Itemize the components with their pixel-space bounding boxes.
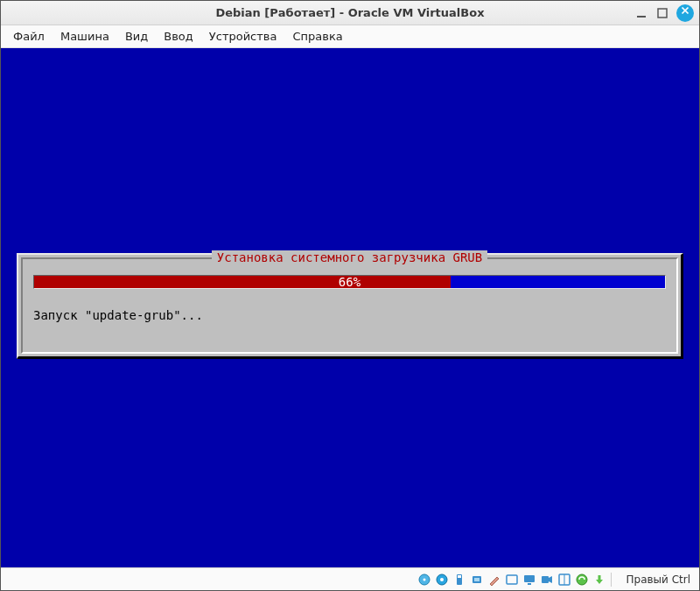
installer-dialog-inner: Установка системного загрузчика GRUB 66%…	[21, 257, 678, 354]
virtualbox-window: Debian [Работает] - Oracle VM VirtualBox…	[0, 0, 700, 591]
svg-rect-13	[524, 575, 535, 582]
maximize-button[interactable]	[655, 6, 669, 20]
menubar: Файл Машина Вид Ввод Устройства Справка	[1, 25, 699, 48]
window-title: Debian [Работает] - Oracle VM VirtualBox	[215, 6, 484, 19]
vm-statusbar: Правый Ctrl	[1, 567, 699, 590]
close-button[interactable]	[676, 4, 694, 22]
window-controls	[634, 4, 694, 22]
host-key-label: Правый Ctrl	[620, 573, 696, 586]
guest-display[interactable]: Установка системного загрузчика GRUB 66%…	[1, 48, 699, 567]
titlebar: Debian [Работает] - Oracle VM VirtualBox	[1, 1, 699, 25]
menu-help[interactable]: Справка	[285, 27, 349, 46]
svg-point-5	[424, 578, 426, 580]
minimize-button[interactable]	[634, 6, 648, 20]
recording-icon[interactable]	[539, 572, 555, 587]
menu-devices[interactable]: Устройства	[202, 27, 284, 46]
shared-folder-icon[interactable]	[504, 572, 520, 587]
svg-rect-11	[474, 578, 480, 581]
optical-disk-icon[interactable]	[434, 572, 450, 587]
display-icon[interactable]	[522, 572, 537, 587]
menu-machine[interactable]: Машина	[53, 27, 116, 46]
video-capture-icon[interactable]	[556, 572, 572, 587]
keyboard-icon[interactable]	[592, 572, 607, 587]
hard-disk-icon[interactable]	[416, 572, 432, 587]
svg-point-18	[577, 574, 587, 585]
menu-view[interactable]: Вид	[118, 27, 155, 46]
audio-icon[interactable]	[469, 572, 485, 587]
svg-rect-12	[507, 575, 517, 584]
svg-rect-9	[458, 575, 461, 578]
progress-bar: 66%	[33, 275, 666, 289]
installer-dialog: Установка системного загрузчика GRUB 66%…	[17, 253, 683, 359]
svg-point-7	[440, 578, 444, 581]
svg-rect-14	[528, 583, 531, 585]
svg-rect-15	[542, 576, 549, 583]
statusbar-separator	[611, 573, 612, 587]
progress-percent-label: 66%	[34, 275, 665, 289]
installer-title: Установка системного загрузчика GRUB	[212, 250, 487, 264]
pen-icon[interactable]	[486, 572, 502, 587]
menu-input[interactable]: Ввод	[157, 27, 200, 46]
svg-rect-1	[658, 9, 667, 18]
usb-icon[interactable]	[452, 572, 467, 587]
menu-file[interactable]: Файл	[6, 27, 52, 46]
installer-status-line: Запуск "update-grub"...	[32, 308, 668, 322]
mouse-integration-icon[interactable]	[574, 572, 590, 587]
